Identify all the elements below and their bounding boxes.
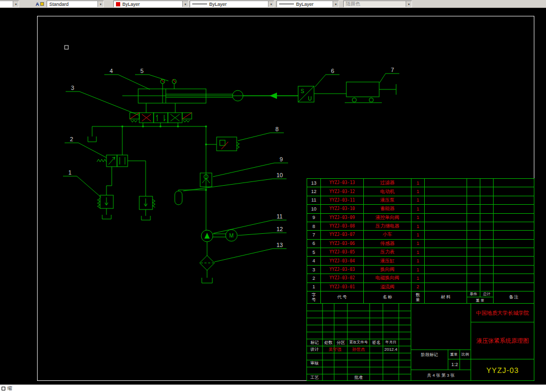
style-combo[interactable]: Standard ▾ bbox=[47, 1, 104, 7]
part-code: YYZJ-03-04 bbox=[320, 256, 363, 265]
directional-valve-symbol bbox=[130, 113, 192, 123]
text-style-icon[interactable]: A bbox=[34, 1, 46, 7]
part-total-weight bbox=[480, 230, 493, 239]
callout-2: 2 bbox=[70, 136, 73, 142]
table-row: 10YYZJ-03-10蓄能器1 bbox=[307, 204, 534, 213]
solenoid-valve-symbol bbox=[97, 155, 128, 167]
filter-symbol bbox=[200, 256, 214, 270]
color-combo[interactable]: ByLayer ▾ bbox=[113, 1, 189, 7]
part-name: 溢流阀 bbox=[363, 282, 411, 291]
callout-11: 11 bbox=[276, 213, 282, 220]
part-total-weight bbox=[480, 239, 493, 248]
part-no: 2 bbox=[307, 274, 320, 282]
relief-valve-symbol-1 bbox=[97, 195, 113, 219]
svg-text:M: M bbox=[229, 233, 234, 239]
part-code: YYZJ-03-05 bbox=[320, 248, 363, 256]
scale-label: 比例 bbox=[460, 350, 471, 359]
chevron-down-icon[interactable]: ▾ bbox=[268, 1, 274, 7]
chevron-down-icon[interactable]: ▾ bbox=[333, 1, 338, 7]
part-qty: 1 bbox=[411, 187, 424, 195]
part-remark bbox=[493, 265, 534, 274]
part-unit-weight bbox=[467, 196, 480, 204]
part-code: YYZJ-03-12 bbox=[320, 187, 363, 195]
part-code: YYZJ-03-08 bbox=[320, 222, 363, 230]
part-remark bbox=[493, 196, 534, 204]
design-label: 设计 bbox=[307, 346, 323, 353]
part-material bbox=[424, 230, 467, 239]
part-total-weight bbox=[480, 222, 493, 230]
linetype-combo[interactable]: ByLayer ▾ bbox=[190, 1, 274, 7]
part-code: YYZJ-03-06 bbox=[320, 239, 363, 248]
part-qty: 1 bbox=[411, 222, 424, 230]
table-row: 1YYZJ-03-01溢流阀2 bbox=[307, 282, 534, 291]
command-bar[interactable]: 缩 bbox=[0, 385, 546, 392]
table-row: 11YYZJ-03-11液压泵1 bbox=[307, 196, 534, 204]
part-code: YYZJ-03-07 bbox=[320, 230, 363, 239]
parts-table: 13YYZJ-03-13过滤器112YYZJ-03-12电动机111YYZJ-0… bbox=[307, 178, 534, 304]
header-code: 代 号 bbox=[320, 291, 363, 303]
part-total-weight bbox=[480, 213, 493, 222]
part-remark bbox=[493, 282, 534, 291]
header-remark: 备 注 bbox=[493, 291, 534, 303]
header-qty: 数量 bbox=[411, 291, 424, 303]
header-no: 字号 bbox=[307, 291, 320, 303]
sensor-symbol: S U bbox=[298, 86, 314, 102]
part-name: 电磁换向阀 bbox=[363, 274, 411, 282]
part-code: YYZJ-03-09 bbox=[320, 213, 363, 222]
lineweight-combo[interactable]: ByLayer ▾ bbox=[276, 1, 339, 7]
command-icon bbox=[2, 387, 5, 390]
part-remark bbox=[493, 256, 534, 265]
left-combo[interactable]: ▾ bbox=[0, 1, 19, 7]
approve-label: 批准 bbox=[347, 374, 370, 381]
part-total-weight bbox=[480, 265, 493, 274]
part-no: 7 bbox=[307, 230, 320, 239]
trolley-symbol bbox=[346, 82, 379, 102]
part-no: 3 bbox=[307, 265, 320, 274]
table-row: 5YYZJ-03-05压力表1 bbox=[307, 248, 534, 256]
part-no: 5 bbox=[307, 248, 320, 256]
part-material bbox=[424, 282, 467, 291]
part-material bbox=[424, 196, 467, 204]
part-remark bbox=[493, 230, 534, 239]
review-label: 审核 bbox=[307, 360, 323, 367]
part-unit-weight bbox=[467, 222, 480, 230]
table-row: 9YYZJ-03-09液控单向阀1 bbox=[307, 213, 534, 222]
part-code: YYZJ-03-11 bbox=[320, 196, 363, 204]
part-unit-weight bbox=[467, 274, 480, 282]
part-code: YYZJ-03-01 bbox=[320, 282, 363, 291]
header-name: 名 称 bbox=[363, 291, 411, 303]
part-remark bbox=[493, 274, 534, 282]
plotstyle-combo-value: 随颜色 bbox=[344, 1, 406, 7]
callout-10: 10 bbox=[276, 172, 283, 178]
part-material bbox=[424, 256, 467, 265]
drawing-title: 液压张紧系统原理图 bbox=[471, 322, 534, 359]
callout-1: 1 bbox=[68, 169, 71, 176]
rev-header-docno: 更改文件号 bbox=[347, 339, 370, 346]
school-name: 中国地质大学长城学院 bbox=[471, 304, 534, 322]
chevron-down-icon[interactable]: ▾ bbox=[97, 1, 103, 7]
process-label: 工艺 bbox=[307, 374, 323, 381]
drawing-sheet[interactable]: S U bbox=[37, 16, 534, 381]
chevron-down-icon[interactable]: ▾ bbox=[182, 1, 188, 7]
grip-point[interactable] bbox=[65, 45, 68, 49]
part-remark bbox=[493, 213, 534, 222]
part-qty: 1 bbox=[411, 204, 424, 213]
part-qty: 1 bbox=[411, 256, 424, 265]
part-no: 9 bbox=[307, 213, 320, 222]
part-no: 4 bbox=[307, 256, 320, 265]
callout-6: 6 bbox=[331, 68, 334, 74]
part-total-weight bbox=[480, 187, 493, 195]
part-name: 蓄能器 bbox=[363, 204, 411, 213]
callout-4: 4 bbox=[110, 68, 113, 74]
part-material bbox=[424, 204, 467, 213]
part-code: YYZJ-03-10 bbox=[320, 204, 363, 213]
part-name: 电动机 bbox=[363, 187, 411, 195]
chevron-down-icon: ▾ bbox=[406, 1, 411, 7]
part-material bbox=[424, 248, 467, 256]
chevron-down-icon[interactable]: ▾ bbox=[13, 1, 19, 7]
part-unit-weight bbox=[467, 187, 480, 195]
callout-9: 9 bbox=[280, 156, 283, 162]
part-qty: 1 bbox=[411, 178, 424, 187]
part-no: 8 bbox=[307, 222, 320, 230]
style-combo-value: Standard bbox=[47, 2, 97, 7]
